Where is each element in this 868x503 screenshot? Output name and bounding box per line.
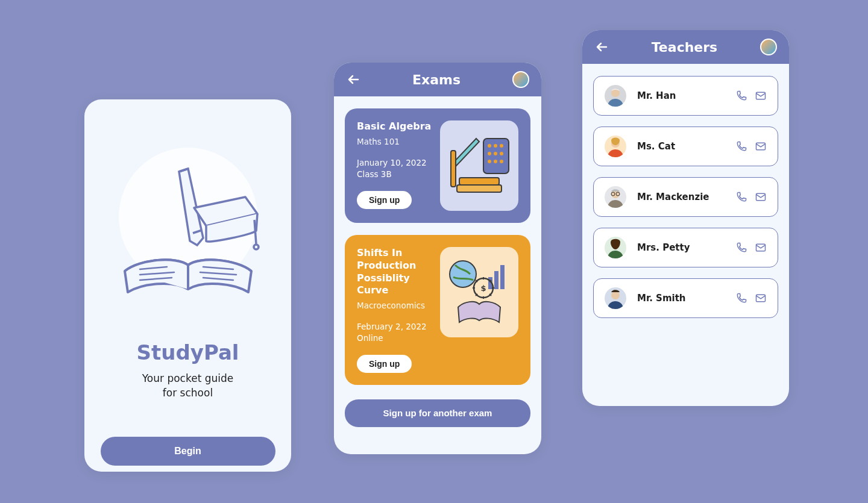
teacher-avatar (605, 287, 626, 309)
svg-point-13 (500, 144, 503, 148)
page-title: Exams (360, 72, 512, 87)
teachers-screen: Teachers Mr. Han Ms. Cat Mr. Mackenzie (582, 30, 789, 406)
teacher-row[interactable]: Mr. Mackenzie (593, 177, 778, 217)
mail-icon[interactable] (755, 191, 767, 203)
app-name: StudyPal (84, 340, 291, 364)
teachers-header: Teachers (582, 30, 789, 64)
svg-point-17 (488, 160, 491, 163)
book-cap-pencil-icon (107, 154, 269, 316)
avatar[interactable] (760, 39, 777, 55)
phone-icon[interactable] (735, 191, 747, 203)
svg-point-12 (494, 144, 497, 148)
signup-button[interactable]: Sign up (357, 191, 412, 209)
mail-icon[interactable] (755, 90, 767, 102)
teacher-row[interactable]: Mr. Han (593, 76, 778, 116)
page-title: Teachers (609, 40, 760, 55)
svg-point-15 (494, 152, 497, 155)
begin-button[interactable]: Begin (101, 437, 275, 466)
svg-rect-10 (483, 139, 509, 173)
svg-rect-20 (459, 178, 499, 185)
exam-title: Shifts In ProductionPossiblity Curve (357, 247, 434, 297)
mail-icon[interactable] (755, 292, 767, 304)
teacher-row[interactable]: Ms. Cat (593, 127, 778, 166)
exam-illustration (440, 120, 518, 211)
splash-illustration (107, 148, 269, 310)
svg-point-16 (500, 152, 503, 155)
exam-meta: January 10, 2022Class 3B (357, 157, 434, 180)
svg-rect-22 (451, 151, 456, 187)
svg-point-14 (488, 152, 491, 155)
svg-text:$: $ (480, 284, 486, 293)
teacher-name: Mr. Mackenzie (637, 192, 728, 202)
teacher-name: Mr. Smith (637, 293, 728, 304)
teacher-row[interactable]: Mrs. Petty (593, 228, 778, 267)
exam-illustration: $ (440, 247, 518, 337)
exam-card[interactable]: Shifts In ProductionPossiblity Curve Mac… (345, 235, 530, 385)
teacher-avatar (605, 136, 626, 157)
svg-point-3 (254, 245, 259, 249)
teacher-avatar (605, 85, 626, 107)
teacher-avatar (605, 186, 626, 208)
exam-subject: Maths 101 (357, 137, 434, 146)
splash-screen: StudyPal Your pocket guidefor school Beg… (84, 99, 291, 472)
svg-point-11 (488, 144, 491, 148)
signup-another-button[interactable]: Sign up for another exam (345, 399, 530, 427)
phone-icon[interactable] (735, 90, 747, 102)
exam-meta: February 2, 2022Online (357, 321, 434, 344)
teacher-name: Mr. Han (637, 90, 728, 101)
svg-point-18 (494, 160, 497, 163)
teacher-avatar (605, 237, 626, 258)
svg-point-39 (611, 291, 620, 299)
exam-card[interactable]: Basic Algebra Maths 101 January 10, 2022… (345, 108, 530, 223)
signup-button[interactable]: Sign up (357, 355, 412, 373)
phone-icon[interactable] (735, 140, 747, 152)
teacher-name: Ms. Cat (637, 141, 728, 152)
svg-rect-26 (500, 265, 505, 289)
phone-icon[interactable] (735, 242, 747, 254)
exams-header: Exams (334, 63, 541, 96)
avatar[interactable] (512, 71, 529, 88)
svg-rect-21 (457, 185, 502, 192)
svg-point-23 (450, 261, 476, 287)
mail-icon[interactable] (755, 242, 767, 254)
exam-title: Basic Algebra (357, 120, 434, 133)
exams-screen: Exams Basic Algebra Maths 101 January 10… (334, 63, 541, 454)
svg-point-19 (500, 160, 503, 163)
app-tagline: Your pocket guidefor school (84, 372, 291, 401)
teacher-row[interactable]: Mr. Smith (593, 278, 778, 318)
teacher-list: Mr. Han Ms. Cat Mr. Mackenzie Mrs. Pet (582, 64, 789, 318)
back-arrow-icon[interactable] (594, 40, 609, 54)
mail-icon[interactable] (755, 140, 767, 152)
back-arrow-icon[interactable] (346, 72, 360, 87)
svg-rect-25 (494, 271, 498, 289)
teacher-name: Mrs. Petty (637, 242, 728, 253)
phone-icon[interactable] (735, 292, 747, 304)
exam-subject: Macroeconomics (357, 301, 434, 310)
